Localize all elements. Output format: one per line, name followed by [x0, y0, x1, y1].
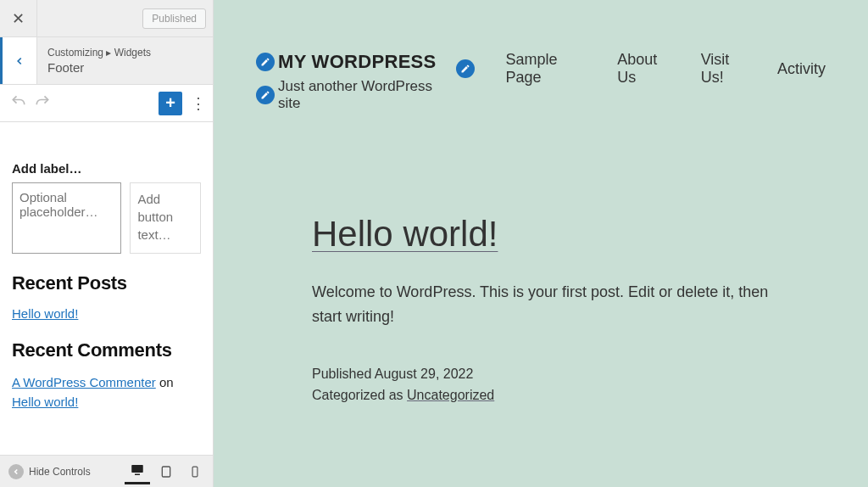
sidebar-top-bar: ✕ Published: [0, 0, 213, 37]
hide-controls-label: Hide Controls: [29, 466, 91, 478]
post-meta: Published August 29, 2022 Categorized as…: [312, 363, 783, 406]
comment-post-link[interactable]: Hello world!: [12, 395, 78, 409]
recent-comments-widget: Recent Comments A WordPress Commenter on…: [12, 339, 201, 411]
nav-item[interactable]: About Us: [617, 51, 678, 87]
chevron-left-icon: [14, 55, 25, 67]
search-button-text[interactable]: Add button text…: [130, 182, 201, 254]
kebab-icon: ⋮: [191, 95, 206, 112]
preview-pane[interactable]: MY WORDPRESS Just another WordPress site…: [214, 0, 868, 487]
recent-posts-widget: Recent Posts Hello world!: [12, 272, 201, 321]
customizer-sidebar: ✕ Published Customizing ▸ Widgets Footer…: [0, 0, 214, 487]
desktop-preview-button[interactable]: [125, 459, 150, 484]
pencil-icon: [460, 64, 470, 74]
undo-button[interactable]: [7, 88, 31, 118]
post-body: Welcome to WordPress. This is your first…: [312, 280, 770, 329]
site-branding: MY WORDPRESS Just another WordPress site: [256, 51, 456, 112]
breadcrumb-row: Customizing ▸ Widgets Footer: [0, 37, 213, 85]
post-date: August 29, 2022: [375, 367, 474, 381]
redo-icon: [34, 93, 51, 110]
search-block: Add button text…: [12, 182, 201, 254]
categorized-label: Categorized as: [312, 388, 407, 402]
breadcrumb-text: Customizing ▸ Widgets Footer: [37, 37, 161, 84]
close-button[interactable]: ✕: [0, 0, 37, 37]
recent-comments-heading[interactable]: Recent Comments: [12, 339, 201, 361]
bottom-bar: Hide Controls: [0, 455, 213, 487]
site-title[interactable]: MY WORDPRESS: [278, 51, 437, 73]
recent-posts-heading[interactable]: Recent Posts: [12, 272, 201, 294]
nav-item[interactable]: Activity: [777, 60, 826, 78]
undo-icon: [10, 93, 27, 110]
edit-shortcut-nav[interactable]: [456, 59, 475, 78]
svg-rect-2: [162, 467, 170, 477]
search-block-label[interactable]: Add label…: [12, 161, 201, 176]
post-title[interactable]: Hello world!: [312, 214, 783, 255]
post: Hello world! Welcome to WordPress. This …: [256, 214, 826, 406]
nav-item[interactable]: Visit Us!: [701, 51, 755, 87]
site-header: MY WORDPRESS Just another WordPress site…: [256, 51, 826, 112]
svg-rect-3: [192, 467, 198, 477]
editor-toolbar: + ⋮: [0, 85, 213, 122]
edit-shortcut-title[interactable]: [256, 53, 275, 71]
desktop-icon: [130, 462, 145, 478]
category-link[interactable]: Uncategorized: [407, 388, 494, 402]
search-placeholder-input[interactable]: [12, 182, 121, 254]
recent-comment-item: A WordPress Commenter on Hello world!: [12, 373, 201, 411]
comment-author-link[interactable]: A WordPress Commenter: [12, 375, 156, 389]
mobile-preview-button[interactable]: [182, 459, 208, 484]
hide-controls-button[interactable]: Hide Controls: [5, 464, 94, 479]
pencil-icon: [260, 57, 270, 67]
edit-shortcut-tagline[interactable]: [256, 86, 275, 104]
comment-on-text: on: [156, 375, 174, 389]
app-container: ✕ Published Customizing ▸ Widgets Footer…: [0, 0, 868, 487]
svg-rect-0: [131, 465, 143, 473]
nav-item[interactable]: Sample Page: [505, 51, 595, 87]
primary-nav: Sample Page About Us Visit Us! Activity: [456, 51, 826, 87]
section-title: Footer: [47, 60, 151, 75]
plus-icon: +: [165, 93, 175, 113]
svg-rect-1: [135, 474, 140, 476]
site-tagline: Just another WordPress site: [278, 78, 456, 112]
tablet-preview-button[interactable]: [153, 459, 179, 484]
pencil-icon: [260, 90, 270, 100]
published-label: Published: [312, 367, 375, 381]
recent-post-link[interactable]: Hello world!: [12, 306, 78, 321]
add-block-button[interactable]: +: [159, 92, 182, 115]
redo-button[interactable]: [31, 88, 54, 118]
widget-area[interactable]: Add label… Add button text… Recent Posts…: [0, 122, 213, 455]
breadcrumb-path: Customizing ▸ Widgets: [47, 47, 151, 59]
back-button[interactable]: [0, 37, 37, 84]
more-options-button[interactable]: ⋮: [191, 94, 206, 113]
tablet-icon: [159, 465, 173, 479]
collapse-icon: [8, 464, 24, 479]
published-button[interactable]: Published: [142, 8, 206, 29]
mobile-icon: [189, 466, 201, 478]
